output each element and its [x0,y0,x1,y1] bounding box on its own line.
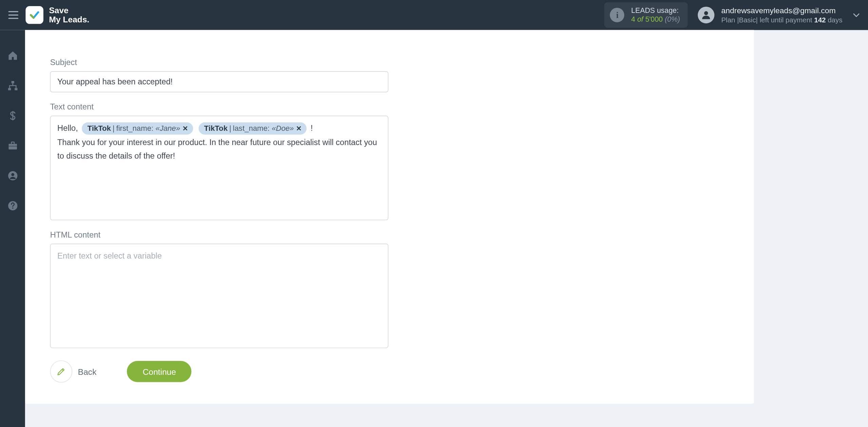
svg-rect-2 [8,88,11,90]
variable-token-last-name[interactable]: TikTok | last_name: «Doe» ✕ [198,122,307,135]
sidebar-item-briefcase[interactable] [0,137,25,155]
continue-button[interactable]: Continue [127,361,192,382]
leads-usage-of: of [637,15,643,23]
brand-line2: My Leads. [49,15,89,24]
leads-usage-total: 5'000 [645,15,663,23]
body-text: Thank you for your interest in our produ… [57,136,381,163]
svg-point-0 [704,11,708,15]
sidebar [0,30,25,427]
svg-point-7 [11,173,14,176]
html-content-label: HTML content [50,230,729,239]
checkmark-icon [29,9,40,21]
text-content-label: Text content [50,102,729,111]
sidebar-item-billing[interactable] [0,107,25,125]
brand-line1: Save [49,6,89,15]
account-text: andrewsavemyleads@gmail.com Plan |Basic|… [721,5,842,25]
html-placeholder: Enter text or select a variable [57,251,162,260]
html-content-group: HTML content Enter text or select a vari… [50,230,729,348]
leads-usage-text: LEADS usage: 4 of 5'000 (0%) [631,6,680,24]
info-icon: i [610,8,625,22]
svg-rect-3 [14,88,17,90]
html-content-editor[interactable]: Enter text or select a variable [50,244,389,348]
app-header: Save My Leads. i LEADS usage: 4 of 5'000… [0,0,868,30]
remove-token-icon[interactable]: ✕ [296,124,301,134]
leads-usage-current: 4 [631,15,635,23]
subject-group: Subject [50,58,729,93]
svg-rect-1 [11,81,14,83]
user-icon [701,9,712,21]
edit-circle [50,360,73,383]
avatar [698,7,714,23]
text-content-editor[interactable]: Hello, TikTok | first_name: «Jane» ✕ Tik… [50,116,389,220]
remove-token-icon[interactable]: ✕ [182,124,188,134]
account-plan-line: Plan |Basic| left until payment 142 days [721,16,842,25]
back-button[interactable]: Back [50,360,97,383]
sidebar-item-connections[interactable] [0,77,25,95]
back-label: Back [78,367,97,376]
sidebar-item-profile[interactable] [0,167,25,185]
account-box[interactable]: andrewsavemyleads@gmail.com Plan |Basic|… [698,5,842,25]
user-circle-icon [7,170,18,181]
form-card: Subject Text content Hello, TikTok | fir… [25,30,754,404]
button-row: Back Continue [50,360,729,383]
brand-logo[interactable] [25,6,43,24]
svg-line-10 [62,369,63,371]
sidebar-item-help[interactable] [0,197,25,215]
hamburger-menu-button[interactable] [5,7,21,23]
svg-point-9 [12,207,13,209]
leads-usage-pct: (0%) [665,15,680,23]
svg-rect-4 [8,144,17,149]
subject-label: Subject [50,58,729,67]
pencil-icon [56,366,66,377]
sidebar-item-home[interactable] [0,47,25,65]
chevron-down-icon [852,11,861,19]
subject-input[interactable] [50,71,389,92]
variable-token-first-name[interactable]: TikTok | first_name: «Jane» ✕ [82,122,193,135]
home-icon [7,50,18,61]
brand-title: Save My Leads. [49,6,89,24]
account-dropdown-toggle[interactable] [850,9,862,21]
leads-usage-label: LEADS usage: [631,6,680,15]
leads-usage-box[interactable]: i LEADS usage: 4 of 5'000 (0%) [605,2,688,28]
sitemap-icon [7,80,18,91]
text-content-group: Text content Hello, TikTok | first_name:… [50,102,729,220]
briefcase-icon [7,140,18,151]
greeting-text: Hello, [57,123,80,132]
dollar-icon [7,111,18,121]
exclaim-text: ! [311,123,313,132]
content-area: Subject Text content Hello, TikTok | fir… [25,30,868,427]
question-icon [7,200,18,211]
account-email: andrewsavemyleads@gmail.com [721,5,842,16]
